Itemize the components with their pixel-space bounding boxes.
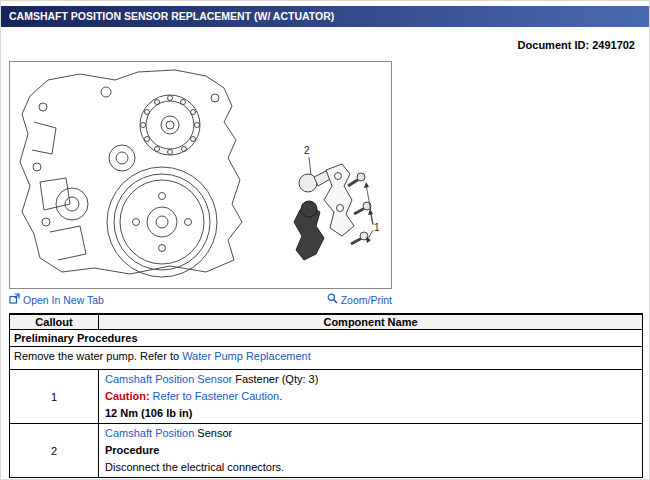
water-pump-replacement-link[interactable]: Water Pump Replacement <box>182 350 311 362</box>
figure-callout-2: 2 <box>304 145 310 156</box>
page-title: CAMSHAFT POSITION SENSOR REPLACEMENT (W/… <box>1 6 649 27</box>
component-description-cell: Camshaft Position Sensor Fastener (Qty: … <box>99 370 642 423</box>
component-description-cell: Camshaft Position Sensor Procedure Disco… <box>99 424 642 477</box>
table-header-row: Callout Component Name <box>10 315 642 329</box>
magnifier-icon <box>327 293 338 306</box>
water-pump-instruction-row: Remove the water pump. Refer to Water Pu… <box>10 346 642 369</box>
document-id: Document ID: 2491702 <box>518 39 635 51</box>
preliminary-procedures-title: Preliminary Procedures <box>10 330 642 346</box>
caution-label: Caution: <box>105 390 150 402</box>
torque-spec: 12 Nm (106 lb in) <box>105 407 636 420</box>
open-in-new-tab-link[interactable]: Open In New Tab <box>9 293 104 306</box>
figure-callout-1: 1 <box>374 222 380 233</box>
table-row: 1 Camshaft Position Sensor Fastener (Qty… <box>10 369 642 423</box>
fastener-caution-link[interactable]: Refer to Fastener Caution <box>153 390 280 402</box>
callout-number: 1 <box>10 370 99 423</box>
callout-number: 2 <box>10 424 99 477</box>
caution-suffix: . <box>279 390 282 402</box>
water-pump-instruction-text: Remove the water pump. Refer to <box>14 350 182 362</box>
engine-diagram-svg: 2 1 <box>10 62 391 288</box>
caution-line: Caution:Refer to Fastener Caution. <box>105 390 636 403</box>
component-name-rest: Sensor <box>194 427 232 439</box>
component-name-column-header: Component Name <box>99 315 642 329</box>
figure-links-row: Open In New Tab Zoom/Print <box>9 293 392 306</box>
camshaft-position-sensor-link[interactable]: Camshaft Position Sensor <box>105 373 232 385</box>
open-in-new-tab-label: Open In New Tab <box>23 294 104 306</box>
open-in-new-tab-icon <box>9 293 20 306</box>
camshaft-position-link[interactable]: Camshaft Position <box>105 427 194 439</box>
procedure-label: Procedure <box>105 444 636 457</box>
component-name-line: Camshaft Position Sensor Fastener (Qty: … <box>105 373 636 386</box>
zoom-print-label: Zoom/Print <box>341 294 392 306</box>
component-table: Callout Component Name Preliminary Proce… <box>9 313 643 478</box>
callout-column-header: Callout <box>10 315 99 329</box>
engine-block-art <box>20 70 242 277</box>
sensor-assembly-art <box>294 157 373 260</box>
table-row: 2 Camshaft Position Sensor Procedure Dis… <box>10 423 642 477</box>
zoom-print-link[interactable]: Zoom/Print <box>327 293 392 306</box>
procedure-text: Disconnect the electrical connectors. <box>105 461 636 474</box>
component-name-rest: Fastener (Qty: 3) <box>232 373 318 385</box>
preliminary-procedures-row: Preliminary Procedures <box>10 329 642 346</box>
water-pump-instruction: Remove the water pump. Refer to Water Pu… <box>10 347 642 369</box>
component-name-line: Camshaft Position Sensor <box>105 427 636 440</box>
service-document-page: CAMSHAFT POSITION SENSOR REPLACEMENT (W/… <box>0 0 650 480</box>
engine-figure-panel: 2 1 <box>9 61 392 289</box>
